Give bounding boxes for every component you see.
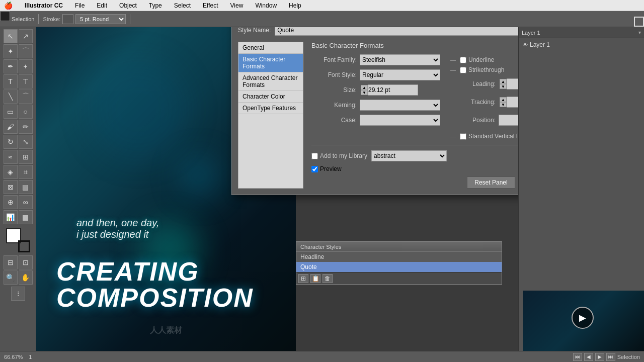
object-menu[interactable]: Object — [117, 1, 139, 10]
gradient-tool[interactable]: ▤ — [19, 180, 33, 194]
app-menu[interactable]: Illustrator CC — [23, 1, 65, 10]
tool-row-zoom: 🔍 ✋ — [4, 270, 33, 285]
char-style-quote[interactable]: Quote — [296, 262, 502, 272]
effect-menu[interactable]: Effect — [201, 1, 220, 10]
file-menu[interactable]: File — [73, 1, 87, 10]
scale-tool[interactable]: ⤡ — [19, 135, 33, 149]
play-button[interactable]: ▶ — [572, 307, 594, 329]
arc-tool[interactable]: ⌒ — [19, 89, 33, 104]
unknown-tool[interactable]: ⁝ — [11, 287, 25, 301]
sep2 — [130, 14, 130, 24]
library-checkbox[interactable] — [311, 153, 318, 159]
free-transform-tool[interactable]: ⊞ — [19, 150, 33, 164]
strikethrough-checkbox[interactable] — [460, 67, 466, 73]
apple-menu[interactable]: 🍎 — [4, 2, 13, 10]
selection-tool[interactable]: ↖ — [4, 29, 18, 43]
blend-tool[interactable]: ∞ — [19, 195, 33, 209]
underline-checkbox[interactable] — [460, 57, 466, 63]
font-family-row: Font Family: Steelfish — [311, 54, 440, 65]
tool-row-extra: ⊟ ⊡ — [4, 255, 33, 269]
slice-tool[interactable]: ⊡ — [19, 255, 33, 269]
help-menu[interactable]: Help — [287, 1, 303, 10]
char-style-tool2[interactable]: 📋 — [310, 274, 320, 283]
panel-item-basic[interactable]: Basic Character Formats — [238, 54, 303, 72]
layers-collapse[interactable]: ▾ — [638, 30, 641, 35]
nav-prev[interactable]: ◀ — [584, 353, 593, 361]
char-style-delete[interactable]: 🗑 — [323, 274, 333, 283]
tool-row-3: ✒ + — [4, 59, 33, 73]
page-number: 1 — [29, 354, 32, 360]
leading-up[interactable]: ▲ — [500, 79, 507, 84]
window-menu[interactable]: Window — [253, 1, 279, 10]
panel-item-advanced[interactable]: Advanced Character Formats — [238, 72, 303, 91]
font-family-select[interactable]: Steelfish — [360, 54, 440, 65]
direct-select-tool[interactable]: ↗ — [19, 29, 33, 43]
view-menu[interactable]: View — [228, 1, 246, 10]
canvas-title: CREATING COMPOSITION — [56, 258, 254, 311]
char-style-headline[interactable]: Headline — [296, 252, 502, 262]
char-styles-panel: Character Styles Headline Quote ⊞ 📋 🗑 — [296, 241, 502, 285]
tool-row-10: ◈ ⌗ — [4, 165, 33, 179]
layer-item[interactable]: 👁 Layer 1 — [521, 40, 642, 49]
panel-item-opentype[interactable]: OpenType Features — [238, 103, 303, 114]
case-select[interactable] — [360, 115, 440, 126]
column-graph-tool[interactable]: ▦ — [19, 210, 33, 224]
hand-tool[interactable]: ✋ — [19, 270, 33, 285]
edit-menu[interactable]: Edit — [95, 1, 109, 10]
shape-builder-tool[interactable]: ◈ — [4, 165, 18, 179]
eyedropper-tool[interactable]: ⊕ — [4, 195, 18, 209]
paintbrush-tool[interactable]: 🖌 — [4, 120, 18, 134]
type-tool[interactable]: T — [4, 74, 18, 88]
select-menu[interactable]: Select — [172, 1, 193, 10]
toolbar: No Selection Stroke: 5 pt. Round — [0, 11, 644, 27]
zoom-level: 66.67% — [4, 354, 23, 360]
char-style-tool1[interactable]: ⊞ — [298, 274, 308, 283]
color-group — [6, 228, 30, 252]
tool-row-1: ↖ ↗ — [4, 29, 33, 43]
nav-next[interactable]: ▶ — [595, 353, 604, 361]
stroke-dropdown[interactable]: 5 pt. Round — [75, 14, 126, 24]
zoom-tool[interactable]: 🔍 — [4, 270, 18, 285]
ellipse-tool[interactable]: ○ — [19, 105, 33, 119]
rect-tool[interactable]: ▭ — [4, 105, 18, 119]
layer-name: Layer 1 — [530, 41, 550, 48]
leading-down[interactable]: ▼ — [500, 84, 507, 89]
add-anchor-tool[interactable]: + — [19, 59, 33, 73]
kerning-row: Kerning: — [311, 100, 440, 111]
status-bar: 66.67% 1 ⏮ ◀ ▶ ⏭ Selection — [0, 351, 644, 362]
font-style-select[interactable]: Regular — [360, 69, 440, 80]
pencil-tool[interactable]: ✏ — [19, 120, 33, 134]
size-up[interactable]: ▲ — [361, 85, 368, 90]
rotate-tool[interactable]: ↻ — [4, 135, 18, 149]
tracking-down[interactable]: ▼ — [500, 102, 507, 107]
tracking-up[interactable]: ▲ — [500, 97, 507, 102]
mesh-tool[interactable]: ⊠ — [4, 180, 18, 194]
fill-color[interactable] — [0, 11, 10, 21]
stroke-box[interactable] — [18, 240, 30, 252]
size-input[interactable] — [368, 84, 418, 96]
pen-tool[interactable]: ✒ — [4, 59, 18, 73]
tool-row-8: ↻ ⤡ — [4, 135, 33, 149]
stroke-color[interactable] — [634, 17, 644, 27]
panel-item-color[interactable]: Character Color — [238, 91, 303, 103]
perspective-tool[interactable]: ⌗ — [19, 165, 33, 179]
graph-tool[interactable]: 📊 — [4, 210, 18, 224]
warp-tool[interactable]: ≈ — [4, 150, 18, 164]
library-dropdown[interactable]: abstract — [371, 150, 447, 161]
stroke-swatch[interactable] — [62, 14, 73, 24]
nav-first[interactable]: ⏮ — [573, 353, 582, 361]
layer-visibility-icon[interactable]: 👁 — [523, 42, 528, 48]
type-menu[interactable]: Type — [147, 1, 164, 10]
lasso-tool[interactable]: ⌒ — [19, 44, 33, 58]
kerning-select[interactable] — [360, 100, 440, 111]
reset-panel-button[interactable]: Reset Panel — [467, 176, 515, 189]
panel-item-general[interactable]: General — [238, 42, 303, 54]
nav-last[interactable]: ⏭ — [606, 353, 615, 361]
line-tool[interactable]: ╲ — [4, 89, 18, 104]
touch-type-tool[interactable]: ⊤ — [19, 74, 33, 88]
size-down[interactable]: ▼ — [361, 90, 368, 95]
artboard-tool[interactable]: ⊟ — [4, 255, 18, 269]
magic-wand-tool[interactable]: ✦ — [4, 44, 18, 58]
std-alignment-checkbox[interactable] — [460, 133, 466, 140]
preview-checkbox[interactable] — [311, 166, 318, 172]
